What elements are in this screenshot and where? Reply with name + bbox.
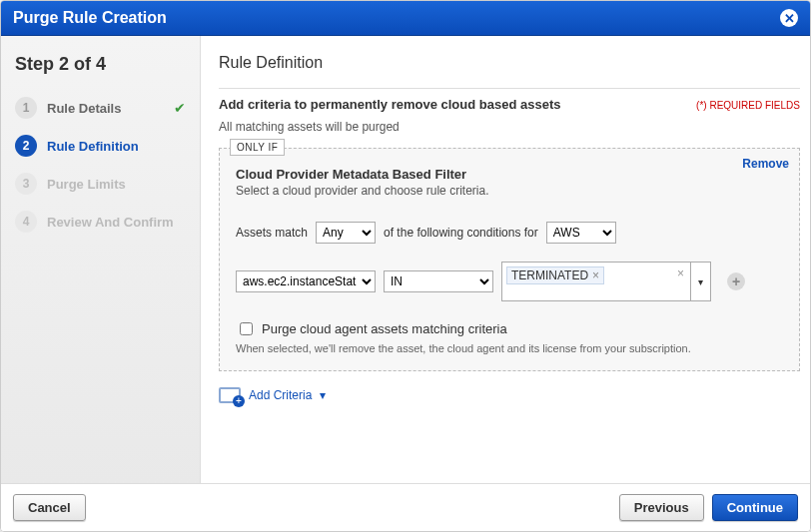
condition-row: aws.ec2.instanceState IN TERMINATED × × [236,262,783,301]
tag-remove-icon[interactable]: × [592,268,599,282]
match-mode-select[interactable]: Any [316,222,376,244]
step-number: 1 [15,97,37,119]
step-label: Purge Limits [47,177,186,192]
cancel-button[interactable]: Cancel [13,494,86,521]
add-criteria-label: Add Criteria [249,388,312,402]
check-icon: ✔ [174,100,186,116]
wizard-sidebar: Step 2 of 4 1 Rule Details ✔ 2 Rule Defi… [1,36,201,483]
required-fields-label: (*) REQUIRED FIELDS [696,100,800,111]
value-tag-input[interactable]: TERMINATED × × [501,262,691,301]
add-condition-icon[interactable]: + [727,272,745,290]
step-number: 4 [15,211,37,233]
filter-title: Cloud Provider Metadata Based Filter [236,167,783,182]
clear-values-icon[interactable]: × [677,266,686,280]
only-if-badge: ONLY IF [230,139,285,156]
main-panel: Rule Definition Add criteria to permanen… [201,36,810,483]
purge-agent-checkbox-row: Purge cloud agent assets matching criter… [236,319,783,338]
match-prefix: Assets match [236,226,308,240]
step-number: 3 [15,173,37,195]
step-label: Rule Details [47,101,164,116]
wizard-step-rule-definition[interactable]: 2 Rule Definition [15,127,186,165]
step-label: Rule Definition [47,139,186,154]
match-row: Assets match Any of the following condit… [236,222,783,244]
footer-right: Previous Continue [619,494,798,521]
value-input-wrap: TERMINATED × × ▾ [501,262,711,301]
criteria-box: ONLY IF Remove Cloud Provider Metadata B… [219,148,800,371]
purge-note: All matching assets will be purged [219,120,800,134]
continue-button[interactable]: Continue [712,494,798,521]
step-label: Review And Confirm [47,215,186,230]
value-tag-label: TERMINATED [511,268,588,282]
wizard-step-rule-details[interactable]: 1 Rule Details ✔ [15,89,186,127]
step-number: 2 [15,135,37,157]
purge-agent-checkbox-desc: When selected, we'll remove the asset, t… [236,342,783,354]
add-criteria-button[interactable]: Add Criteria ▾ [219,387,800,403]
modal-footer: Cancel Previous Continue [1,483,810,531]
operator-select[interactable]: IN [384,270,493,292]
subheading-row: Add criteria to permanently remove cloud… [219,97,800,112]
add-criteria-icon [219,387,241,403]
close-icon[interactable]: ✕ [780,9,798,27]
divider [219,88,800,89]
value-tag: TERMINATED × [506,266,604,284]
match-mid: of the following conditions for [384,226,538,240]
wizard-step-purge-limits[interactable]: 3 Purge Limits [15,165,186,203]
page-title: Rule Definition [219,54,800,72]
modal-body: Step 2 of 4 1 Rule Details ✔ 2 Rule Defi… [1,36,810,483]
purge-agent-checkbox[interactable] [240,322,253,335]
value-dropdown-toggle[interactable]: ▾ [691,262,711,301]
wizard-step-indicator: Step 2 of 4 [15,54,186,75]
filter-desc: Select a cloud provider and choose rule … [236,184,783,198]
provider-select[interactable]: AWS [546,222,616,244]
previous-button[interactable]: Previous [619,494,704,521]
remove-criteria-link[interactable]: Remove [742,157,789,171]
modal-title: Purge Rule Creation [13,9,167,27]
attribute-select[interactable]: aws.ec2.instanceState [236,270,376,292]
purge-rule-modal: Purge Rule Creation ✕ Step 2 of 4 1 Rule… [0,0,811,532]
modal-header: Purge Rule Creation ✕ [1,1,810,36]
chevron-down-icon: ▾ [320,388,326,402]
wizard-step-review-confirm[interactable]: 4 Review And Confirm [15,203,186,241]
subheading: Add criteria to permanently remove cloud… [219,97,560,112]
purge-agent-checkbox-label: Purge cloud agent assets matching criter… [262,321,507,336]
